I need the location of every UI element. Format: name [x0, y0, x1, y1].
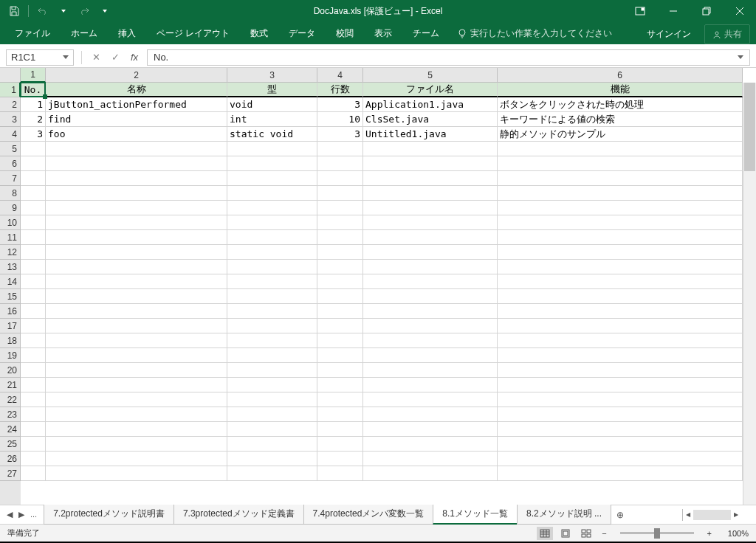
zoom-level[interactable]: 100%: [719, 529, 749, 538]
cell[interactable]: [46, 333, 227, 348]
row-header[interactable]: 22: [0, 392, 21, 407]
cell[interactable]: [498, 452, 743, 466]
cell[interactable]: [498, 422, 743, 437]
zoom-slider-thumb[interactable]: [654, 528, 660, 539]
cell[interactable]: [498, 171, 743, 186]
sheet-tab[interactable]: 7.2protectedメソッド説明書: [44, 505, 174, 525]
row-header[interactable]: 15: [0, 289, 21, 304]
row-header[interactable]: 16: [0, 304, 21, 319]
cell[interactable]: [317, 142, 363, 156]
cell[interactable]: void: [227, 97, 317, 112]
cell[interactable]: [317, 186, 363, 201]
cell[interactable]: [363, 230, 498, 245]
cell[interactable]: [46, 319, 227, 333]
cell[interactable]: [46, 201, 227, 215]
cell[interactable]: [21, 348, 46, 363]
tab-data[interactable]: データ: [278, 23, 326, 44]
cell[interactable]: [363, 407, 498, 422]
cell[interactable]: [21, 466, 46, 481]
cell[interactable]: [498, 230, 743, 245]
cell[interactable]: [498, 437, 743, 452]
undo-button[interactable]: [33, 2, 52, 20]
select-all-corner[interactable]: [0, 68, 21, 83]
cell[interactable]: jButton1_actionPerformed: [46, 97, 227, 112]
cell[interactable]: [498, 274, 743, 289]
cell[interactable]: static void: [227, 127, 317, 142]
cell[interactable]: [317, 319, 363, 333]
row-header[interactable]: 17: [0, 319, 21, 333]
header-cell[interactable]: 型: [227, 83, 317, 97]
cell[interactable]: [317, 348, 363, 363]
cell[interactable]: [21, 452, 46, 466]
close-button[interactable]: [723, 0, 756, 22]
cell[interactable]: [21, 422, 46, 437]
cell[interactable]: [21, 274, 46, 289]
cell[interactable]: [317, 260, 363, 274]
cell[interactable]: [363, 245, 498, 260]
undo-dropdown[interactable]: [54, 2, 73, 20]
cell[interactable]: 3: [317, 127, 363, 142]
cell[interactable]: [227, 363, 317, 378]
cell[interactable]: [227, 407, 317, 422]
cell[interactable]: [46, 289, 227, 304]
cell[interactable]: 1: [21, 97, 46, 112]
cell[interactable]: [363, 348, 498, 363]
tell-me-search[interactable]: 実行したい作業を入力してください: [450, 23, 619, 44]
cell[interactable]: ClsSet.java: [363, 112, 498, 127]
cell[interactable]: [46, 274, 227, 289]
cell[interactable]: 3: [317, 97, 363, 112]
cell[interactable]: [317, 392, 363, 407]
cell[interactable]: [21, 363, 46, 378]
row-header[interactable]: 11: [0, 230, 21, 245]
cell[interactable]: [227, 466, 317, 481]
row-header[interactable]: 4: [0, 127, 21, 142]
cell[interactable]: [363, 201, 498, 215]
row-header[interactable]: 23: [0, 407, 21, 422]
cell[interactable]: [317, 201, 363, 215]
cell[interactable]: [21, 142, 46, 156]
cell[interactable]: [227, 142, 317, 156]
tab-team[interactable]: チーム: [402, 23, 450, 44]
cell[interactable]: [498, 333, 743, 348]
cell[interactable]: [317, 363, 363, 378]
tab-home[interactable]: ホーム: [61, 23, 108, 44]
tab-formulas[interactable]: 数式: [240, 23, 278, 44]
cell[interactable]: [498, 186, 743, 201]
tab-insert[interactable]: 挿入: [108, 23, 146, 44]
cell[interactable]: [317, 156, 363, 171]
column-header[interactable]: 5: [363, 68, 498, 83]
cell[interactable]: [498, 201, 743, 215]
view-page-break-button[interactable]: [578, 527, 594, 540]
column-header[interactable]: 4: [317, 68, 363, 83]
cell[interactable]: [363, 466, 498, 481]
cell[interactable]: [363, 452, 498, 466]
row-header[interactable]: 26: [0, 452, 21, 466]
tab-page-layout[interactable]: ページ レイアウト: [146, 23, 240, 44]
cell[interactable]: [46, 260, 227, 274]
tab-nav-ellipsis[interactable]: ...: [28, 510, 39, 519]
header-cell[interactable]: ファイル名: [363, 83, 498, 97]
cell[interactable]: [21, 289, 46, 304]
ribbon-display-options[interactable]: [623, 0, 656, 22]
tab-nav-prev[interactable]: ◀: [4, 510, 15, 519]
cell[interactable]: 2: [21, 112, 46, 127]
column-header[interactable]: 3: [227, 68, 317, 83]
cell[interactable]: [498, 289, 743, 304]
cell[interactable]: [363, 333, 498, 348]
cell[interactable]: [498, 363, 743, 378]
view-normal-button[interactable]: [537, 527, 553, 540]
cell[interactable]: [363, 260, 498, 274]
cell[interactable]: [498, 378, 743, 392]
cell[interactable]: [227, 274, 317, 289]
cancel-formula-button[interactable]: ✕: [88, 49, 104, 66]
cell[interactable]: [317, 378, 363, 392]
row-header[interactable]: 1: [0, 83, 21, 97]
cell[interactable]: [46, 392, 227, 407]
cell[interactable]: [363, 319, 498, 333]
header-cell[interactable]: 行数: [317, 83, 363, 97]
cell[interactable]: [46, 156, 227, 171]
cell[interactable]: [498, 142, 743, 156]
cell[interactable]: [498, 260, 743, 274]
row-header[interactable]: 10: [0, 215, 21, 230]
column-header[interactable]: 6: [498, 68, 743, 83]
